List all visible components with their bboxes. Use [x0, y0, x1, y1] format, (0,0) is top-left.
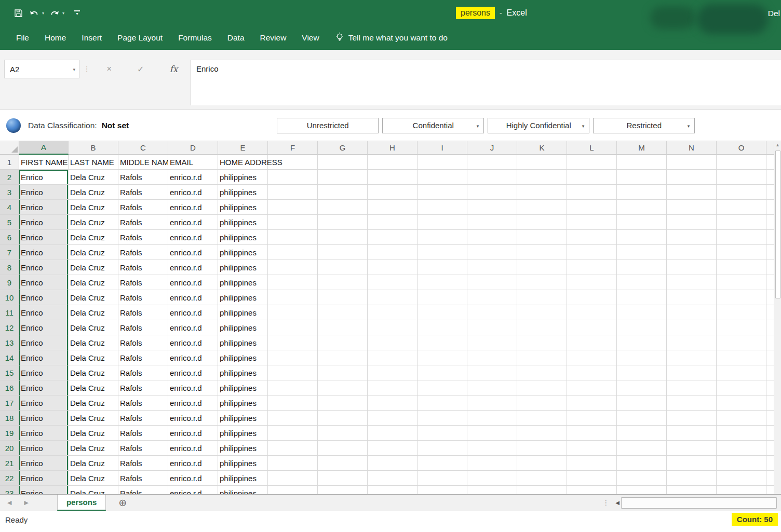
row-header-8[interactable]: 8	[0, 260, 19, 275]
cell-O12[interactable]	[717, 320, 766, 335]
cell-D11[interactable]: enrico.r.d	[168, 305, 218, 320]
cell-H5[interactable]	[368, 215, 418, 230]
cell-L23[interactable]	[567, 486, 617, 494]
cell-A1[interactable]: FIRST NAME	[19, 155, 69, 170]
cell-H1[interactable]	[368, 155, 418, 170]
cell-G21[interactable]	[318, 456, 368, 471]
cell-I17[interactable]	[418, 395, 467, 411]
cell-M18[interactable]	[617, 411, 667, 426]
row-header-17[interactable]: 17	[0, 395, 19, 411]
cell-M19[interactable]	[617, 426, 667, 441]
cell-I13[interactable]	[418, 335, 467, 350]
ribbon-tab-formulas[interactable]: Formulas	[170, 26, 220, 50]
cell-D18[interactable]: enrico.r.d	[168, 411, 218, 426]
cell-H11[interactable]	[368, 305, 418, 320]
cell-H16[interactable]	[368, 380, 418, 395]
cell-O18[interactable]	[717, 411, 766, 426]
ribbon-tab-home[interactable]: Home	[37, 26, 74, 50]
cell-N22[interactable]	[667, 471, 717, 486]
cell-A11[interactable]: Enrico	[19, 305, 69, 320]
cell-E17[interactable]: philippines	[218, 395, 268, 411]
cell-L20[interactable]	[567, 441, 617, 456]
cell-B7[interactable]: Dela Cruz	[69, 245, 118, 260]
cell-I5[interactable]	[418, 215, 467, 230]
cell-N9[interactable]	[667, 275, 717, 290]
cell-N19[interactable]	[667, 426, 717, 441]
cell-L1[interactable]	[567, 155, 617, 170]
cell-M17[interactable]	[617, 395, 667, 411]
cell-H21[interactable]	[368, 456, 418, 471]
cell-B14[interactable]: Dela Cruz	[69, 350, 118, 365]
column-header-F[interactable]: F	[268, 141, 318, 155]
cell-F14[interactable]	[268, 350, 318, 365]
cell-E14[interactable]: philippines	[218, 350, 268, 365]
cell-G22[interactable]	[318, 471, 368, 486]
horizontal-scrollbar-thumb[interactable]	[621, 497, 777, 509]
cell-K17[interactable]	[517, 395, 567, 411]
select-all-button[interactable]	[0, 141, 19, 155]
cell-L15[interactable]	[567, 365, 617, 380]
cell-N3[interactable]	[667, 185, 717, 200]
cell-H14[interactable]	[368, 350, 418, 365]
cell-K23[interactable]	[517, 486, 567, 494]
cell-I18[interactable]	[418, 411, 467, 426]
cell-M11[interactable]	[617, 305, 667, 320]
cell-G8[interactable]	[318, 260, 368, 275]
cell-E18[interactable]: philippines	[218, 411, 268, 426]
column-header-M[interactable]: M	[617, 141, 667, 155]
cell-C14[interactable]: Rafols	[118, 350, 168, 365]
cell-H17[interactable]	[368, 395, 418, 411]
cell-E9[interactable]: philippines	[218, 275, 268, 290]
cell-M16[interactable]	[617, 380, 667, 395]
cell-N5[interactable]	[667, 215, 717, 230]
cell-K14[interactable]	[517, 350, 567, 365]
cell-D15[interactable]: enrico.r.d	[168, 365, 218, 380]
cell-A13[interactable]: Enrico	[19, 335, 69, 350]
cell-F15[interactable]	[268, 365, 318, 380]
cell-C11[interactable]: Rafols	[118, 305, 168, 320]
column-header-J[interactable]: J	[467, 141, 517, 155]
cell-K6[interactable]	[517, 230, 567, 245]
cell-C17[interactable]: Rafols	[118, 395, 168, 411]
cell-H4[interactable]	[368, 200, 418, 215]
insert-function-icon[interactable]: fx	[170, 64, 178, 74]
cell-E4[interactable]: philippines	[218, 200, 268, 215]
cell-J21[interactable]	[467, 456, 517, 471]
cell-C8[interactable]: Rafols	[118, 260, 168, 275]
cell-I19[interactable]	[418, 426, 467, 441]
cell-E19[interactable]: philippines	[218, 426, 268, 441]
cell-H9[interactable]	[368, 275, 418, 290]
column-header-C[interactable]: C	[118, 141, 168, 155]
enter-icon[interactable]: ✓	[137, 64, 144, 74]
cell-A7[interactable]: Enrico	[19, 245, 69, 260]
cell-A12[interactable]: Enrico	[19, 320, 69, 335]
cell-D20[interactable]: enrico.r.d	[168, 441, 218, 456]
cell-E13[interactable]: philippines	[218, 335, 268, 350]
cell-D23[interactable]: enrico.r.d	[168, 486, 218, 494]
cell-O15[interactable]	[717, 365, 766, 380]
row-header-23[interactable]: 23	[0, 486, 19, 494]
cell-K16[interactable]	[517, 380, 567, 395]
cell-F7[interactable]	[268, 245, 318, 260]
cell-M3[interactable]	[617, 185, 667, 200]
cell-M2[interactable]	[617, 170, 667, 185]
cell-K3[interactable]	[517, 185, 567, 200]
cell-F21[interactable]	[268, 456, 318, 471]
cell-B21[interactable]: Dela Cruz	[69, 456, 118, 471]
row-header-13[interactable]: 13	[0, 335, 19, 350]
redo-icon[interactable]	[49, 7, 60, 19]
cell-A15[interactable]: Enrico	[19, 365, 69, 380]
cell-A17[interactable]: Enrico	[19, 395, 69, 411]
cell-M5[interactable]	[617, 215, 667, 230]
column-header-H[interactable]: H	[368, 141, 418, 155]
cell-A3[interactable]: Enrico	[19, 185, 69, 200]
cell-D12[interactable]: enrico.r.d	[168, 320, 218, 335]
cell-J16[interactable]	[467, 380, 517, 395]
cell-C20[interactable]: Rafols	[118, 441, 168, 456]
cell-D6[interactable]: enrico.r.d	[168, 230, 218, 245]
cell-E20[interactable]: philippines	[218, 441, 268, 456]
cell-A19[interactable]: Enrico	[19, 426, 69, 441]
cell-K20[interactable]	[517, 441, 567, 456]
cell-M4[interactable]	[617, 200, 667, 215]
cell-E6[interactable]: philippines	[218, 230, 268, 245]
